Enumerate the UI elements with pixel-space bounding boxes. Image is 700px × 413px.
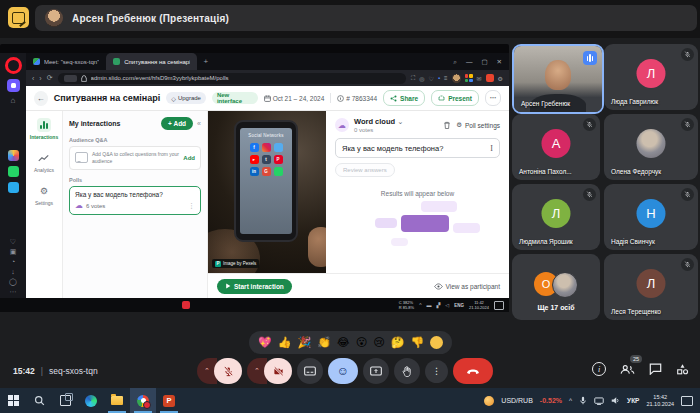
mic-mute-button[interactable] <box>214 358 242 384</box>
home-workspace-icon[interactable]: ⌂ <box>11 97 16 105</box>
skin-tone-button[interactable] <box>430 336 443 349</box>
image-credit-badge[interactable]: P Image by Pexels <box>212 259 259 268</box>
bookmark-ext-icon[interactable] <box>486 74 494 82</box>
reaction-surprised[interactable]: 😮 <box>356 337 367 348</box>
shared-language-indicator[interactable]: ENG <box>454 303 464 308</box>
currency-pair[interactable]: USD/RUB <box>501 397 533 404</box>
snapshot-icon[interactable]: ▣ <box>10 248 17 255</box>
present-screen-button[interactable] <box>363 358 389 384</box>
ext-heart-icon[interactable]: ♡ <box>429 75 434 82</box>
tab-slido[interactable]: Спитування на семінарі <box>106 53 197 70</box>
apps-grid-icon[interactable] <box>465 74 473 82</box>
ext-pip-icon[interactable]: ⛶ <box>411 75 415 82</box>
poll-settings-button[interactable]: ⚙Poll settings <box>456 121 500 129</box>
reaction-party[interactable]: 🎉 <box>297 337 311 348</box>
participant-tile[interactable]: Л Леся Терещенко <box>604 254 698 320</box>
url-field[interactable]: admin.slido.com/event/hfsD9m3yybrlykpbat… <box>58 73 407 84</box>
presentation-app-icon[interactable] <box>8 7 29 28</box>
end-call-button[interactable] <box>453 358 493 384</box>
back-button[interactable]: ← <box>34 91 48 106</box>
reaction-thumbs-down[interactable]: 👎 <box>410 337 424 348</box>
action-center-icon[interactable] <box>681 396 693 406</box>
tray-network-icon[interactable] <box>594 397 604 405</box>
minimize-button[interactable]: — <box>466 58 473 65</box>
people-panel-button[interactable]: 25 <box>620 364 635 375</box>
meeting-details-button[interactable]: i <box>592 362 606 376</box>
captions-button[interactable] <box>297 358 323 384</box>
present-button[interactable]: Present <box>431 90 479 106</box>
start-button[interactable] <box>0 388 26 413</box>
telegram-app-icon[interactable] <box>8 182 19 193</box>
activities-button[interactable] <box>676 363 689 375</box>
reaction-heart[interactable]: 💖 <box>258 337 272 348</box>
overflow-participants-tile[interactable]: О Ще 17 осіб <box>512 254 600 320</box>
new-tab-button[interactable]: + <box>197 53 214 70</box>
participant-tile[interactable]: Л Людмила Ярошик <box>512 184 600 250</box>
event-dates[interactable]: Oct 21 – 24, 2024 <box>264 95 325 102</box>
nav-analytics[interactable]: Analytics <box>34 151 54 173</box>
poll-card-menu-icon[interactable]: ⋮ <box>188 202 195 210</box>
reaction-thinking[interactable]: 🤔 <box>391 337 405 348</box>
chat-panel-button[interactable] <box>649 363 662 375</box>
opera-logo-icon[interactable] <box>5 57 22 74</box>
forward-icon[interactable]: › <box>39 75 41 82</box>
favorites-icon[interactable]: ♡ <box>10 238 16 245</box>
ext-menu-icon[interactable]: ≡ <box>444 75 448 81</box>
powerpoint-taskbar-icon[interactable]: P <box>156 388 182 413</box>
workspace-icon[interactable] <box>7 79 20 92</box>
shared-clock[interactable]: 11:4221.10.2024 <box>469 300 489 310</box>
ext-eye-icon[interactable]: ◎ <box>419 75 424 82</box>
review-answers-button[interactable]: Review answers <box>335 163 395 177</box>
participant-tile[interactable]: Олена Федорчук <box>604 114 698 180</box>
nav-interactions[interactable]: Interactions <box>30 118 58 140</box>
history-icon[interactable]: ◔ <box>11 258 15 265</box>
task-view-button[interactable] <box>52 388 78 413</box>
reload-icon[interactable]: ⟳ <box>47 74 53 82</box>
participant-tile-video[interactable]: Арсен Гребенюк <box>512 44 604 114</box>
tab-search-icon[interactable]: ⌕ <box>453 58 457 66</box>
whatsapp-app-icon[interactable] <box>8 166 19 177</box>
participant-tile[interactable]: Н Надія Свинчук <box>604 184 698 250</box>
presenter-bar[interactable]: Арсен Гребенюк (Презентація) <box>35 5 697 31</box>
reaction-clap[interactable]: 👏 <box>317 337 331 348</box>
reaction-laugh[interactable]: 😂 <box>337 337 350 348</box>
tray-expand-chevron[interactable]: ^ <box>569 397 572 404</box>
header-more-button[interactable]: ⋯ <box>485 90 501 106</box>
start-interaction-button[interactable]: Start interaction <box>217 279 292 294</box>
poll-card[interactable]: Яка у вас модель телефона? ☁ 6 votes ⋮ <box>69 186 201 215</box>
reactions-button[interactable]: ☺ <box>328 358 358 384</box>
more-options-button[interactable]: ⋮ <box>425 360 448 383</box>
share-button[interactable]: Share <box>383 90 425 106</box>
tray-volume-icon[interactable] <box>611 396 620 405</box>
tray-mic-icon[interactable] <box>579 396 587 405</box>
tray-chevron-icon[interactable]: ^ <box>419 302 421 308</box>
downloads-icon[interactable]: ↓ <box>11 268 15 275</box>
settings-gear-icon[interactable]: ⚙ <box>498 75 503 82</box>
add-interaction-button[interactable]: + Add <box>161 117 193 130</box>
participant-tile[interactable]: А Антоніна Пахол... <box>512 114 600 180</box>
nav-settings[interactable]: ⚙ Settings <box>35 184 53 206</box>
view-as-participant-button[interactable]: View as participant <box>434 283 500 290</box>
raise-hand-button[interactable] <box>394 358 420 384</box>
question-input[interactable]: Яка у вас модель телефона? I <box>335 138 500 158</box>
file-explorer-taskbar-icon[interactable] <box>104 388 130 413</box>
vpn-badge[interactable] <box>64 75 77 82</box>
back-icon[interactable]: ‹ <box>32 75 34 82</box>
extensions-icon[interactable]: ◯ <box>9 278 17 285</box>
new-interface-toggle[interactable]: New interface <box>212 92 258 104</box>
language-indicator[interactable]: УКР <box>627 397 639 404</box>
currency-widget-icon[interactable] <box>484 396 494 406</box>
edge-taskbar-icon[interactable] <box>78 388 104 413</box>
profile-avatar[interactable] <box>452 74 461 83</box>
close-button[interactable]: ✕ <box>497 58 502 66</box>
taskbar-clock[interactable]: 15:4221.10.2024 <box>646 394 674 407</box>
browser-taskbar-icon[interactable] <box>130 388 156 413</box>
upgrade-badge[interactable]: ◇Upgrade <box>166 92 206 104</box>
shared-taskbar-opera-icon[interactable] <box>182 301 190 309</box>
maximize-button[interactable]: ▢ <box>481 58 487 66</box>
participant-tile[interactable]: Л Люда Гаврилюк <box>604 44 698 110</box>
shared-notification-icon[interactable] <box>494 301 504 310</box>
taskbar-search-button[interactable] <box>26 388 52 413</box>
poll-type-dropdown[interactable]: Word cloud ⌄ <box>354 117 404 126</box>
sidebar-more-icon[interactable]: ⋯ <box>10 288 17 295</box>
